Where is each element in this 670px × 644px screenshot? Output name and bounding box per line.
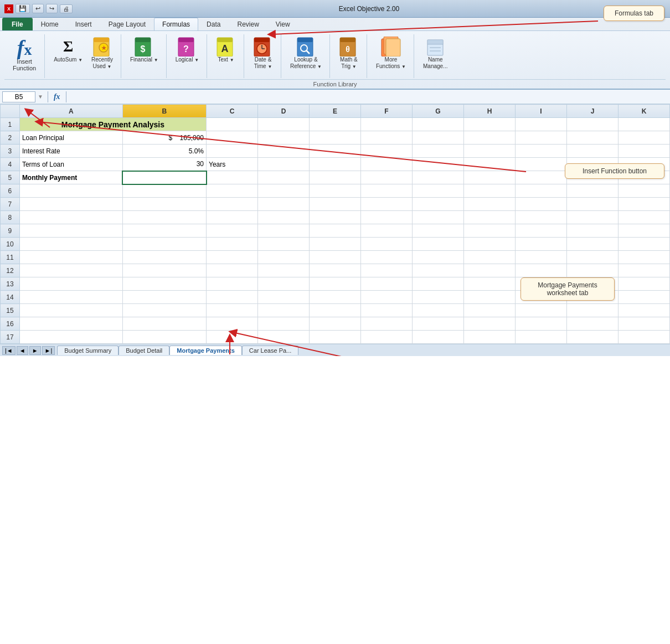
- sheet-tab-budget-detail[interactable]: Budget Detail: [118, 346, 169, 355]
- col-header-h[interactable]: H: [464, 105, 516, 118]
- col-header-k[interactable]: K: [619, 105, 670, 118]
- formula-input[interactable]: [69, 92, 668, 102]
- tab-data[interactable]: Data: [198, 18, 229, 30]
- cell-3a[interactable]: Interest Rate: [19, 145, 122, 158]
- formula-separator: [48, 91, 48, 102]
- cell-2k[interactable]: [619, 131, 670, 145]
- cell-2i[interactable]: [516, 131, 567, 145]
- col-header-i[interactable]: I: [516, 105, 567, 118]
- cell-2b[interactable]: $ 165,000: [122, 131, 206, 145]
- cell-reference-box[interactable]: [2, 91, 35, 102]
- table-row: 12: [1, 264, 670, 277]
- recently-used-button[interactable]: ★ RecentlyUsed ▼: [88, 34, 116, 72]
- cell-4g[interactable]: [413, 158, 464, 171]
- cell-5f[interactable]: [361, 171, 413, 184]
- cell-2d[interactable]: [258, 131, 310, 145]
- cell-3k[interactable]: [619, 145, 670, 158]
- lookup-button[interactable]: Lookup &Reference ▼: [287, 34, 325, 72]
- col-header-f[interactable]: F: [361, 105, 413, 118]
- col-header-d[interactable]: D: [258, 105, 310, 118]
- cell-3i[interactable]: [516, 145, 567, 158]
- cell-5d[interactable]: [258, 171, 310, 184]
- cell-4a[interactable]: Terms of Loan: [19, 158, 122, 171]
- col-header-c[interactable]: C: [207, 105, 258, 118]
- cell-5b-selected[interactable]: [122, 171, 206, 184]
- col-header-g[interactable]: G: [413, 105, 464, 118]
- autosum-button[interactable]: Σ AutoSum ▼: [50, 34, 86, 65]
- sheet-tab-car-lease[interactable]: Car Lease Pa...: [242, 346, 298, 355]
- tab-file[interactable]: File: [2, 18, 33, 30]
- col-header-b[interactable]: B: [122, 105, 206, 118]
- cell-1d[interactable]: [258, 118, 310, 131]
- cell-2e[interactable]: [310, 131, 361, 145]
- col-header-a[interactable]: A: [19, 105, 122, 118]
- datetime-button[interactable]: Date &Time ▼: [250, 34, 276, 72]
- redo-button[interactable]: ↪: [46, 4, 58, 13]
- title-bar-left: X 💾 ↩ ↪ 🖨: [4, 4, 73, 13]
- cell-3g[interactable]: [413, 145, 464, 158]
- tab-review[interactable]: Review: [229, 18, 267, 30]
- save-button[interactable]: 💾: [16, 4, 30, 13]
- cell-3b[interactable]: 5.0%: [122, 145, 206, 158]
- print-button[interactable]: 🖨: [60, 4, 73, 13]
- cell-1h[interactable]: [464, 118, 516, 131]
- cell-title[interactable]: Mortgage Payment Analysis: [19, 118, 206, 131]
- tab-home[interactable]: Home: [33, 18, 67, 30]
- cell-1g[interactable]: [413, 118, 464, 131]
- cell-4e[interactable]: [310, 158, 361, 171]
- cell-5c[interactable]: [207, 171, 258, 184]
- cell-5g[interactable]: [413, 171, 464, 184]
- cell-4b[interactable]: 30: [122, 158, 206, 171]
- sheet-nav-next[interactable]: ►: [29, 346, 41, 355]
- cell-5e[interactable]: [310, 171, 361, 184]
- cell-5a[interactable]: Monthly Payment: [19, 171, 122, 184]
- cell-3e[interactable]: [310, 145, 361, 158]
- cell-4i[interactable]: [516, 158, 567, 171]
- cell-3h[interactable]: [464, 145, 516, 158]
- tab-view[interactable]: View: [267, 18, 298, 30]
- undo-button[interactable]: ↩: [32, 4, 44, 13]
- sheet-tab-budget-summary[interactable]: Budget Summary: [57, 346, 118, 355]
- cell-2j[interactable]: [567, 131, 619, 145]
- cell-2h[interactable]: [464, 131, 516, 145]
- cell-2c[interactable]: [207, 131, 258, 145]
- tab-insert[interactable]: Insert: [67, 18, 100, 30]
- cell-4c[interactable]: Years: [207, 158, 258, 171]
- cell-1c[interactable]: [207, 118, 258, 131]
- cell-2a[interactable]: Loan Principal: [19, 131, 122, 145]
- cell-2f[interactable]: [361, 131, 413, 145]
- tab-page-layout[interactable]: Page Layout: [100, 18, 154, 30]
- col-header-j[interactable]: J: [567, 105, 619, 118]
- sheet-nav-last[interactable]: ►|: [42, 346, 55, 355]
- name-manager-button[interactable]: NameManage...: [420, 34, 451, 72]
- cell-4d[interactable]: [258, 158, 310, 171]
- cell-3d[interactable]: [258, 145, 310, 158]
- cell-4h[interactable]: [464, 158, 516, 171]
- insert-function-group: fx InsertFunction: [4, 34, 45, 78]
- cell-5h[interactable]: [464, 171, 516, 184]
- cell-5i[interactable]: [516, 171, 567, 184]
- cell-1j[interactable]: [567, 118, 619, 131]
- cell-3f[interactable]: [361, 145, 413, 158]
- cell-1e[interactable]: [310, 118, 361, 131]
- text-button[interactable]: A Text ▼: [213, 34, 239, 65]
- col-header-e[interactable]: E: [310, 105, 361, 118]
- financial-button[interactable]: $ Financial ▼: [127, 34, 162, 65]
- excel-icon: X: [4, 4, 13, 13]
- cell-1k[interactable]: [619, 118, 670, 131]
- cell-3j[interactable]: [567, 145, 619, 158]
- sheet-nav-prev[interactable]: ◄: [17, 346, 28, 355]
- cell-1f[interactable]: [361, 118, 413, 131]
- more-functions-button[interactable]: MoreFunctions ▼: [373, 34, 409, 72]
- sheet-tab-mortgage-payments[interactable]: Mortgage Payments: [169, 346, 242, 355]
- logical-button[interactable]: ? Logical ▼: [172, 34, 202, 65]
- cell-2g[interactable]: [413, 131, 464, 145]
- math-button[interactable]: θ Math &Trig ▼: [336, 34, 362, 72]
- insert-function-button[interactable]: fx InsertFunction: [9, 34, 40, 74]
- cell-4f[interactable]: [361, 158, 413, 171]
- tab-formulas[interactable]: Formulas: [154, 18, 198, 30]
- cell-1i[interactable]: [516, 118, 567, 131]
- datetime-label: Date &Time ▼: [254, 56, 272, 70]
- cell-3c[interactable]: [207, 145, 258, 158]
- sheet-nav-first[interactable]: |◄: [2, 346, 16, 355]
